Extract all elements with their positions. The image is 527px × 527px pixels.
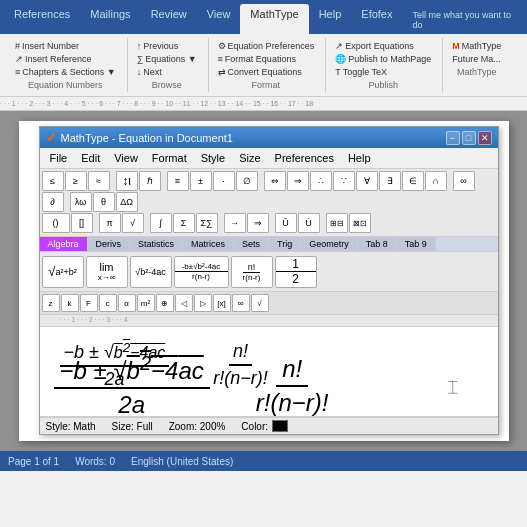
tab-tell-me[interactable]: Tell me what you want to do (402, 4, 527, 34)
mathtype-button[interactable]: M MathType (449, 40, 504, 52)
menu-preferences[interactable]: Preferences (269, 150, 340, 166)
tab-view[interactable]: View (197, 4, 241, 34)
previous-button[interactable]: ↑ Previous (134, 40, 200, 52)
menu-file[interactable]: File (44, 150, 74, 166)
symbol-lambda[interactable]: λω (70, 192, 92, 212)
menu-style[interactable]: Style (195, 150, 231, 166)
statusbar-page: Page 1 of 1 (8, 456, 59, 467)
symbol-cap[interactable]: ∩ (425, 171, 447, 191)
tab-references[interactable]: References (4, 4, 80, 34)
template-sqrt[interactable]: √ (122, 213, 144, 233)
future-ma-button[interactable]: Future Ma... (449, 53, 504, 65)
next-button[interactable]: ↓ Next (134, 66, 200, 78)
sym-tab-trig[interactable]: Trig (269, 237, 301, 251)
symbol-empty[interactable]: ∅ (236, 171, 258, 191)
template-sigma[interactable]: Σ (173, 213, 195, 233)
symbol-iff[interactable]: ⇔ (264, 171, 286, 191)
mathtype-title-text: MathType - Equation in Document1 (61, 132, 233, 144)
template-lim-btn[interactable]: lim x→∞ (86, 256, 128, 288)
template-pi[interactable]: π (99, 213, 121, 233)
close-button[interactable]: ✕ (478, 131, 492, 145)
template-quadratic-btn[interactable]: √b²-4ac (130, 256, 172, 288)
symbol-therefore[interactable]: ∴ (310, 171, 332, 191)
equations-button[interactable]: ∑ Equations ▼ (134, 53, 200, 65)
tb-extra-10[interactable]: [x] (213, 294, 231, 312)
symbol-in[interactable]: ∈ (402, 171, 424, 191)
tb-extra-1[interactable]: z (42, 294, 60, 312)
tb-extra-6[interactable]: m² (137, 294, 155, 312)
symbol-equiv[interactable]: ≡ (167, 171, 189, 191)
symbol-approx[interactable]: ≈ (88, 171, 110, 191)
tb-extra-9[interactable]: ▷ (194, 294, 212, 312)
insert-number-button[interactable]: # Insert Number (12, 40, 119, 52)
menu-help[interactable]: Help (342, 150, 377, 166)
convert-equations-button[interactable]: ⇄ Convert Equations (215, 66, 318, 78)
sym-tab-algebra[interactable]: Algebra (40, 237, 88, 251)
menu-edit[interactable]: Edit (75, 150, 106, 166)
export-equations-button[interactable]: ↗ Export Equations (332, 40, 434, 52)
symbol-delta-omega[interactable]: ΔΩ (116, 192, 138, 212)
color-swatch (272, 420, 288, 432)
sym-tab-statistics[interactable]: Statistics (130, 237, 183, 251)
tb-extra-4[interactable]: c (99, 294, 117, 312)
menu-size[interactable]: Size (233, 150, 266, 166)
symbol-exists[interactable]: ∃ (379, 171, 401, 191)
template-parens[interactable]: () (42, 213, 70, 233)
tb-extra-8[interactable]: ◁ (175, 294, 193, 312)
template-matrix2[interactable]: ⊠⊡ (349, 213, 371, 233)
insert-reference-button[interactable]: ↗ Insert Reference (12, 53, 119, 65)
template-sigma-Σ[interactable]: Σ∑ (196, 213, 218, 233)
symbol-theta[interactable]: θ (93, 192, 115, 212)
template-sqrt-btn[interactable]: √a²+b² (42, 256, 84, 288)
template-uacute[interactable]: Ú (298, 213, 320, 233)
toggle-tex-button[interactable]: T Toggle TeX (332, 66, 434, 78)
mathtype-menu: File Edit View Format Style Size Prefere… (40, 148, 498, 169)
menu-format[interactable]: Format (146, 150, 193, 166)
tb-extra-11[interactable]: ∞ (232, 294, 250, 312)
tab-mathtype[interactable]: MathType (240, 4, 308, 34)
tb-extra-2[interactable]: k (61, 294, 79, 312)
sym-tab-8[interactable]: Tab 8 (358, 237, 397, 251)
equation-preferences-button[interactable]: ⚙ Equation Preferences (215, 40, 318, 52)
symbol-partial[interactable]: ∂ (42, 192, 64, 212)
template-fraction-btn[interactable]: n! r(n-r) (231, 256, 273, 288)
template-arrow[interactable]: → (224, 213, 246, 233)
tab-review[interactable]: Review (141, 4, 197, 34)
symbol-infty[interactable]: ∞ (453, 171, 475, 191)
minimize-button[interactable]: − (446, 131, 460, 145)
format-equations-button[interactable]: ≡ Format Equations (215, 53, 318, 65)
publish-mathpage-button[interactable]: 🌐 Publish to MathPage (332, 53, 434, 65)
tab-mailings[interactable]: Mailings (80, 4, 140, 34)
chapters-sections-button[interactable]: ≡ Chapters & Sections ▼ (12, 66, 119, 78)
maximize-button[interactable]: □ (462, 131, 476, 145)
template-formula-btn[interactable]: -b±√b²-4ac r(n-r) (174, 256, 229, 288)
tb-extra-12[interactable]: √ (251, 294, 269, 312)
previous-icon: ↑ (137, 41, 142, 51)
sym-tab-derivs[interactable]: Derivs (88, 237, 131, 251)
sym-tab-9[interactable]: Tab 9 (397, 237, 436, 251)
symbol-pm[interactable]: ± (190, 171, 212, 191)
symbol-because[interactable]: ∵ (333, 171, 355, 191)
tb-extra-7[interactable]: ⊕ (156, 294, 174, 312)
sym-tab-sets[interactable]: Sets (234, 237, 269, 251)
symbol-prop[interactable]: ↕ι (116, 171, 138, 191)
tb-extra-3[interactable]: F (80, 294, 98, 312)
symbol-forall[interactable]: ∀ (356, 171, 378, 191)
tab-efofex[interactable]: Efofex (351, 4, 402, 34)
symbol-geq[interactable]: ≥ (65, 171, 87, 191)
symbol-cdot[interactable]: · (213, 171, 235, 191)
sym-tab-matrices[interactable]: Matrices (183, 237, 234, 251)
symbol-hbar[interactable]: ℏ (139, 171, 161, 191)
template-brackets[interactable]: [] (71, 213, 93, 233)
symbol-implies[interactable]: ⇒ (287, 171, 309, 191)
template-integral[interactable]: ∫ (150, 213, 172, 233)
sym-tab-geometry[interactable]: Geometry (301, 237, 358, 251)
tb-extra-5[interactable]: α (118, 294, 136, 312)
symbol-leq[interactable]: ≤ (42, 171, 64, 191)
template-matrix[interactable]: ⊞⊟ (326, 213, 348, 233)
template-double-arrow[interactable]: ⇒ (247, 213, 269, 233)
tab-help[interactable]: Help (309, 4, 352, 34)
template-half-btn[interactable]: 1 2 (275, 256, 317, 288)
template-ubar[interactable]: Ū (275, 213, 297, 233)
menu-view[interactable]: View (108, 150, 144, 166)
